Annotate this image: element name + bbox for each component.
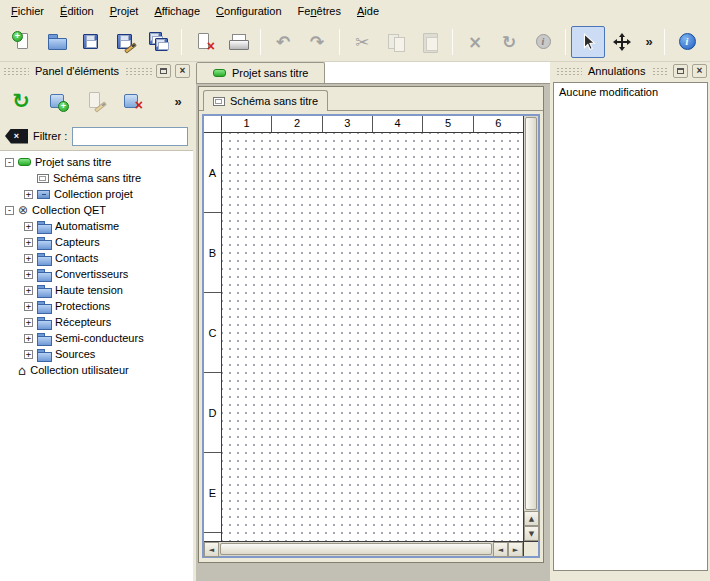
undo-button[interactable]: ↶ — [266, 26, 300, 58]
copy-icon — [385, 31, 407, 53]
menu-aide[interactable]: Aide — [349, 1, 387, 21]
expand-expander-icon[interactable]: + — [24, 270, 33, 279]
rotate-button[interactable]: ↻ — [492, 26, 526, 58]
menu-projet[interactable]: Projet — [102, 1, 147, 21]
tree-item-haute-tension[interactable]: + Haute tension — [0, 282, 193, 298]
vertical-scroll-track[interactable] — [524, 116, 538, 511]
dock-grip-handle[interactable] — [556, 67, 582, 76]
undo-history-list[interactable]: Aucune modification — [553, 82, 708, 571]
collapse-expander-icon[interactable]: - — [5, 206, 14, 215]
expand-expander-icon[interactable]: + — [24, 350, 33, 359]
column-header: 1 — [222, 116, 271, 132]
tree-item-collection-utilisateur[interactable]: ⌂ Collection utilisateur — [0, 362, 193, 378]
dock-close-button[interactable]: × — [175, 64, 190, 78]
dock-float-button[interactable] — [156, 64, 171, 78]
expand-expander-icon[interactable]: + — [24, 222, 33, 231]
scroll-down-button[interactable]: ▼ — [524, 526, 539, 541]
menu-configuration[interactable]: Configuration — [208, 1, 289, 21]
row-header: D — [204, 373, 221, 453]
tree-item-capteurs[interactable]: + Capteurs — [0, 234, 193, 250]
expand-expander-icon[interactable]: + — [24, 334, 33, 343]
cut-button[interactable]: ✂ — [345, 26, 379, 58]
expand-expander-icon[interactable]: + — [24, 302, 33, 311]
about-button[interactable]: i — [670, 26, 704, 58]
edit-element-button[interactable] — [80, 86, 110, 116]
schema-icon — [213, 97, 225, 106]
dock-grip-handle[interactable] — [652, 67, 670, 76]
dock-float-button[interactable] — [673, 64, 688, 78]
new-element-button[interactable] — [43, 86, 73, 116]
tree-item-protections[interactable]: + Protections — [0, 298, 193, 314]
schema-canvas[interactable] — [222, 133, 523, 541]
save-icon — [80, 31, 102, 53]
filter-clear-button[interactable]: × — [5, 129, 28, 144]
expand-expander-icon[interactable]: + — [24, 238, 33, 247]
tree-item-schema[interactable]: Schéma sans titre — [0, 170, 193, 186]
tree-item-recepteurs[interactable]: + Récepteurs — [0, 314, 193, 330]
red-x-badge-icon — [135, 99, 143, 111]
tree-item-contacts[interactable]: + Contacts — [0, 250, 193, 266]
dock-close-button[interactable]: × — [692, 64, 707, 78]
schema-tab-label: Schéma sans titre — [230, 95, 318, 107]
save-as-button[interactable] — [108, 26, 142, 58]
tree-item-semi-conducteurs[interactable]: + Semi-conducteurs — [0, 330, 193, 346]
menu-affichage[interactable]: Affichage — [146, 1, 208, 21]
vertical-scrollbar[interactable]: ▲ ▼ — [523, 116, 538, 541]
tree-item-project[interactable]: - Projet sans titre — [0, 154, 193, 170]
copy-button[interactable] — [379, 26, 413, 58]
menu-fichier[interactable]: Fichier — [3, 1, 52, 21]
paste-button[interactable] — [413, 26, 447, 58]
scroll-left-button[interactable]: ◄ — [493, 542, 508, 557]
reload-collections-button[interactable]: ↻ — [6, 86, 36, 116]
new-document-button[interactable] — [6, 26, 40, 58]
red-x-badge-icon — [207, 40, 215, 52]
vertical-scroll-thumb[interactable] — [525, 117, 537, 510]
redo-button[interactable]: ↷ — [300, 26, 334, 58]
tree-item-automatisme[interactable]: + Automatisme — [0, 218, 193, 234]
horizontal-scrollbar[interactable]: ◄ ◄ ► — [204, 541, 523, 556]
arrow-down-icon: ▼ — [529, 530, 534, 538]
scroll-up-button[interactable]: ▲ — [524, 511, 539, 526]
new-element-icon — [47, 90, 69, 112]
edit-element-icon — [84, 90, 106, 112]
element-info-button[interactable]: i — [526, 26, 560, 58]
scroll-left-button[interactable]: ◄ — [204, 542, 219, 557]
project-tab[interactable]: Projet sans titre — [196, 62, 325, 83]
panel-overflow-button[interactable]: » — [169, 86, 187, 116]
delete-element-button[interactable] — [117, 86, 147, 116]
horizontal-scroll-thumb[interactable] — [220, 543, 492, 555]
menu-edition[interactable]: Édition — [52, 1, 102, 21]
save-all-button[interactable] — [142, 26, 176, 58]
dock-grip-handle[interactable] — [3, 67, 29, 76]
toolbar-overflow-button[interactable]: » — [639, 26, 659, 58]
expand-expander-icon[interactable]: + — [24, 286, 33, 295]
tree-item-sources[interactable]: + Sources — [0, 346, 193, 362]
menu-label: rojet — [117, 5, 138, 17]
print-button[interactable] — [221, 26, 255, 58]
delete-button[interactable]: × — [458, 26, 492, 58]
expand-expander-icon[interactable]: + — [24, 254, 33, 263]
menu-label: êtres — [317, 5, 341, 17]
menu-label: onfiguration — [224, 5, 282, 17]
scroll-right-button[interactable]: ► — [508, 542, 523, 557]
save-button[interactable] — [74, 26, 108, 58]
expand-expander-icon[interactable]: + — [24, 190, 33, 199]
tree-item-collection-projet[interactable]: + Collection projet — [0, 186, 193, 202]
move-mode-button[interactable] — [605, 26, 639, 58]
tree-item-convertisseurs[interactable]: + Convertisseurs — [0, 266, 193, 282]
open-document-button[interactable] — [40, 26, 74, 58]
select-mode-button[interactable] — [571, 26, 605, 58]
collapse-expander-icon[interactable]: - — [5, 158, 14, 167]
menu-label: ffichage — [162, 5, 200, 17]
horizontal-scroll-track[interactable] — [219, 542, 493, 556]
filter-input[interactable] — [72, 127, 188, 146]
close-document-button[interactable] — [187, 26, 221, 58]
menu-fenetres[interactable]: Fenêtres — [290, 1, 349, 21]
tree-item-label: Contacts — [55, 252, 98, 264]
folder-icon — [37, 301, 51, 312]
folder-icon — [37, 221, 51, 232]
tree-item-collection-qet[interactable]: - ⊗ Collection QET — [0, 202, 193, 218]
schema-tab[interactable]: Schéma sans titre — [203, 90, 328, 111]
expand-expander-icon[interactable]: + — [24, 318, 33, 327]
dock-grip-handle[interactable] — [125, 67, 152, 76]
